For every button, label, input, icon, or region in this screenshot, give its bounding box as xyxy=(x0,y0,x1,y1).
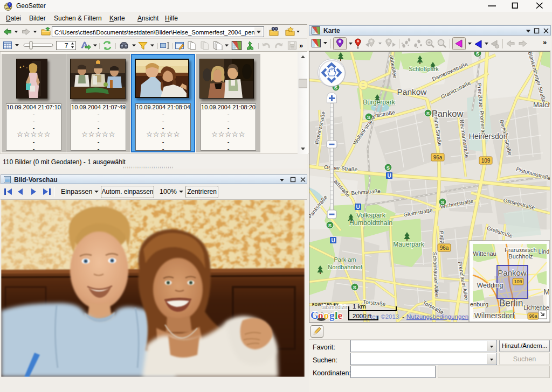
svg-text:Wilmersdorf: Wilmersdorf xyxy=(474,311,515,320)
svg-text:Lind: Lind xyxy=(539,248,550,255)
svg-text:Heinersdorf: Heinersdorf xyxy=(469,132,508,141)
svg-text:»: » xyxy=(299,41,303,50)
svg-text:Wittenau: Wittenau xyxy=(473,250,496,257)
svg-text:Volkspark: Volkspark xyxy=(356,212,386,219)
svg-text:96a: 96a xyxy=(433,155,443,160)
svg-text:Humboldtthain: Humboldtthain xyxy=(349,219,393,227)
svg-text:7: 7 xyxy=(65,42,68,50)
svg-text:ten ©2013: ten ©2013 xyxy=(370,313,399,320)
svg-text:Pankow: Pankow xyxy=(397,87,427,96)
svg-text:enburg: enburg xyxy=(470,301,488,307)
svg-text:1 km: 1 km xyxy=(353,303,366,310)
svg-text:nd: nd xyxy=(361,313,368,320)
svg-text:109: 109 xyxy=(481,158,491,164)
svg-text:Bürgerpark: Bürgerpark xyxy=(363,99,395,106)
svg-text:g: g xyxy=(329,310,335,321)
svg-text:»: » xyxy=(543,38,547,46)
svg-text:Park am: Park am xyxy=(334,256,356,263)
svg-text:Nordbahnhof: Nordbahnhof xyxy=(328,264,363,270)
svg-text:Schloßpark: Schloßpark xyxy=(409,66,439,72)
svg-text:e: e xyxy=(338,310,342,321)
svg-text:96a: 96a xyxy=(529,313,537,319)
svg-text:M: M xyxy=(543,288,550,296)
svg-text:Pankow: Pankow xyxy=(432,109,464,118)
svg-text:109: 109 xyxy=(514,279,522,284)
svg-text:Pankow: Pankow xyxy=(498,268,527,277)
svg-text:Wedding: Wedding xyxy=(477,282,503,289)
svg-text:G: G xyxy=(310,310,319,321)
svg-text:Buchholz: Buchholz xyxy=(508,253,533,260)
svg-text:-: - xyxy=(402,313,404,320)
svg-text:96a: 96a xyxy=(440,245,449,251)
svg-text:l: l xyxy=(335,310,337,321)
svg-text:Nutzungsbedingungen: Nutzungsbedingungen xyxy=(406,313,468,320)
svg-text:Französisch: Französisch xyxy=(505,247,536,253)
svg-text:Malcho: Malcho xyxy=(533,101,550,109)
svg-text:Berlin: Berlin xyxy=(499,298,523,309)
svg-text:Lichtenbe: Lichtenbe xyxy=(523,304,549,311)
svg-text:Mauerpark: Mauerpark xyxy=(393,241,424,248)
